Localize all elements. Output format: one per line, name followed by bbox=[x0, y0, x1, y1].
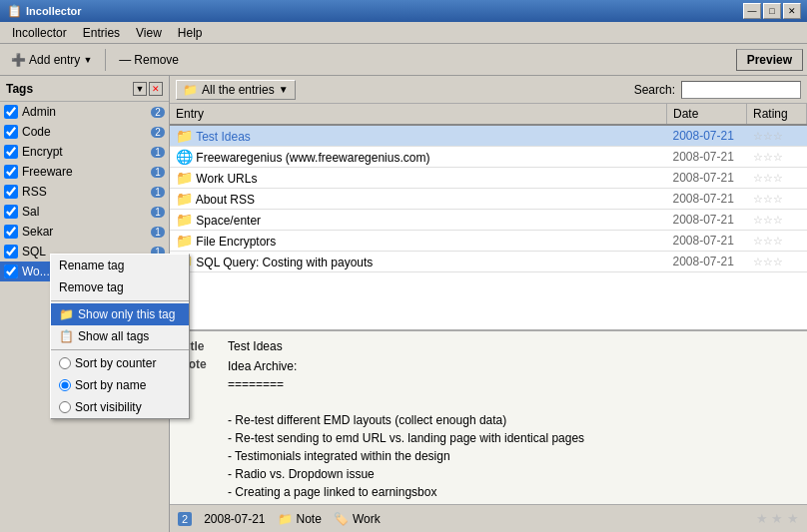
ctx-rename-tag[interactable]: Rename tag bbox=[51, 255, 189, 276]
plus-icon: ➕ bbox=[11, 53, 26, 67]
app-icon: 📋 bbox=[6, 3, 22, 19]
entry-rating: ☆☆☆ bbox=[747, 147, 807, 168]
footer-tag-item: 🏷️ Work bbox=[334, 512, 381, 526]
context-menu: Rename tag Remove tag 📁 Show only this t… bbox=[50, 254, 190, 419]
show-only-this-tag-label: Show only this tag bbox=[78, 307, 175, 321]
sort-by-name-label: Sort by name bbox=[75, 378, 146, 392]
menu-incollector[interactable]: Incollector bbox=[4, 24, 75, 42]
ctx-sort-visibility[interactable]: Sort visibility bbox=[51, 396, 189, 418]
tag-item-admin[interactable]: Admin 2 bbox=[0, 102, 169, 122]
tag-name-sal: Sal bbox=[22, 205, 151, 219]
rename-tag-label: Rename tag bbox=[59, 259, 124, 272]
toolbar-separator bbox=[105, 49, 106, 71]
tags-dropdown-arrow[interactable]: ▼ bbox=[133, 82, 147, 96]
ctx-show-only-this-tag[interactable]: 📁 Show only this tag bbox=[51, 303, 189, 325]
tag-count-encrypt: 1 bbox=[151, 147, 165, 158]
show-all-tags-label: Show all tags bbox=[78, 329, 149, 343]
tag-checkbox-work[interactable] bbox=[4, 265, 18, 278]
tag-name-freeware: Freeware bbox=[22, 165, 151, 179]
col-date: Date bbox=[667, 104, 747, 125]
entry-table: Entry Date Rating 📁 Test Ideas 2008-07-2… bbox=[170, 104, 807, 329]
tag-checkbox-code[interactable] bbox=[4, 125, 18, 139]
filter-button[interactable]: 📁 All the entries ▼ bbox=[176, 80, 296, 100]
footer-stars: ★ ★ ★ bbox=[756, 511, 799, 526]
sort-name-radio[interactable] bbox=[59, 379, 71, 391]
right-panel: 📁 All the entries ▼ Search: Entry Date R… bbox=[170, 76, 807, 532]
tag-item-freeware[interactable]: Freeware 1 bbox=[0, 162, 169, 182]
menu-view[interactable]: View bbox=[128, 24, 170, 42]
tag-name-encrypt: Encrypt bbox=[22, 145, 151, 159]
tag-checkbox-encrypt[interactable] bbox=[4, 145, 18, 159]
tag-checkbox-sql[interactable] bbox=[4, 245, 18, 259]
sort-counter-radio[interactable] bbox=[59, 357, 71, 369]
filter-label: All the entries bbox=[202, 83, 275, 97]
entry-date: 2008-07-21 bbox=[667, 189, 747, 210]
main-container: Tags ▼ ✕ Admin 2 Code 2 Encrypt 1 Fr bbox=[0, 76, 807, 532]
tag-icon: 🏷️ bbox=[334, 512, 349, 526]
tag-checkbox-admin[interactable] bbox=[4, 105, 18, 119]
tag-count-freeware: 1 bbox=[151, 167, 165, 178]
entry-name: 📁 File Encryptors bbox=[170, 231, 667, 252]
entry-rating: ☆☆☆ bbox=[747, 231, 807, 252]
ctx-sort-by-counter[interactable]: Sort by counter bbox=[51, 352, 189, 374]
maximize-button[interactable]: □ bbox=[763, 3, 781, 19]
show-all-icon: 📋 bbox=[59, 329, 74, 343]
tag-item-encrypt[interactable]: Encrypt 1 bbox=[0, 142, 169, 162]
ctx-separator-1 bbox=[51, 300, 189, 301]
preview-button[interactable]: Preview bbox=[736, 49, 803, 71]
tag-item-code[interactable]: Code 2 bbox=[0, 122, 169, 142]
menu-entries[interactable]: Entries bbox=[75, 24, 128, 42]
footer-tag-label: Work bbox=[353, 512, 381, 526]
menubar: Incollector Entries View Help bbox=[0, 22, 807, 44]
table-row[interactable]: 📁 SQL Query: Costing with payouts 2008-0… bbox=[170, 252, 807, 272]
table-row[interactable]: 📁 Space/enter 2008-07-21 ☆☆☆ bbox=[170, 210, 807, 231]
minimize-button[interactable]: — bbox=[743, 3, 761, 19]
menu-help[interactable]: Help bbox=[170, 24, 211, 42]
entry-name: 📁 Test Ideas bbox=[170, 125, 667, 147]
folder-filter-icon: 📁 bbox=[183, 83, 198, 97]
tag-item-sekar[interactable]: Sekar 1 bbox=[0, 222, 169, 242]
sort-by-counter-label: Sort by counter bbox=[75, 356, 156, 370]
sort-visibility-radio[interactable] bbox=[59, 401, 71, 413]
col-entry: Entry bbox=[170, 104, 667, 125]
entry-rating: ☆☆☆ bbox=[747, 252, 807, 272]
tag-count-sal: 1 bbox=[151, 207, 165, 218]
footer-note-label: Note bbox=[297, 512, 322, 526]
entry-date: 2008-07-21 bbox=[667, 231, 747, 252]
remove-button[interactable]: — Remove bbox=[112, 49, 186, 71]
entry-date: 2008-07-21 bbox=[667, 168, 747, 189]
tag-checkbox-sekar[interactable] bbox=[4, 225, 18, 239]
sort-visibility-label: Sort visibility bbox=[75, 400, 142, 414]
tags-close-button[interactable]: ✕ bbox=[149, 82, 163, 96]
table-row[interactable]: 📁 About RSS 2008-07-21 ☆☆☆ bbox=[170, 189, 807, 210]
remove-tag-label: Remove tag bbox=[59, 280, 124, 294]
app-title: Incollector bbox=[26, 5, 743, 17]
tag-checkbox-freeware[interactable] bbox=[4, 165, 18, 179]
search-input[interactable] bbox=[681, 81, 801, 99]
table-row[interactable]: 📁 Work URLs 2008-07-21 ☆☆☆ bbox=[170, 168, 807, 189]
preview-title-row: Title Test Ideas bbox=[180, 339, 797, 353]
entry-date: 2008-07-21 bbox=[667, 125, 747, 147]
sidebar-header: Tags ▼ ✕ bbox=[0, 76, 169, 102]
table-row[interactable]: 🌐 Freewaregenius (www.freewaregenius.com… bbox=[170, 147, 807, 168]
tag-checkbox-sal[interactable] bbox=[4, 205, 18, 219]
footer-date: 2008-07-21 bbox=[204, 512, 265, 526]
close-button[interactable]: ✕ bbox=[783, 3, 801, 19]
note-icon: 📁 bbox=[278, 512, 293, 526]
ctx-show-all-tags[interactable]: 📋 Show all tags bbox=[51, 325, 189, 347]
table-row[interactable]: 📁 File Encryptors 2008-07-21 ☆☆☆ bbox=[170, 231, 807, 252]
preview-footer: 2 2008-07-21 📁 Note 🏷️ Work ★ ★ ★ bbox=[170, 504, 807, 532]
table-header-row: Entry Date Rating bbox=[170, 104, 807, 125]
tag-item-rss[interactable]: RSS 1 bbox=[0, 182, 169, 202]
entry-name: 📁 About RSS bbox=[170, 189, 667, 210]
add-entry-label: Add entry bbox=[29, 53, 80, 67]
tag-name-rss: RSS bbox=[22, 185, 151, 199]
table-row[interactable]: 📁 Test Ideas 2008-07-21 ☆☆☆ bbox=[170, 125, 807, 147]
tag-checkbox-rss[interactable] bbox=[4, 185, 18, 199]
ctx-remove-tag[interactable]: Remove tag bbox=[51, 276, 189, 298]
tag-count-sekar: 1 bbox=[151, 227, 165, 238]
add-entry-button[interactable]: ➕ Add entry ▼ bbox=[4, 49, 99, 71]
tag-item-sal[interactable]: Sal 1 bbox=[0, 202, 169, 222]
entry-rating: ☆☆☆ bbox=[747, 189, 807, 210]
ctx-sort-by-name[interactable]: Sort by name bbox=[51, 374, 189, 396]
